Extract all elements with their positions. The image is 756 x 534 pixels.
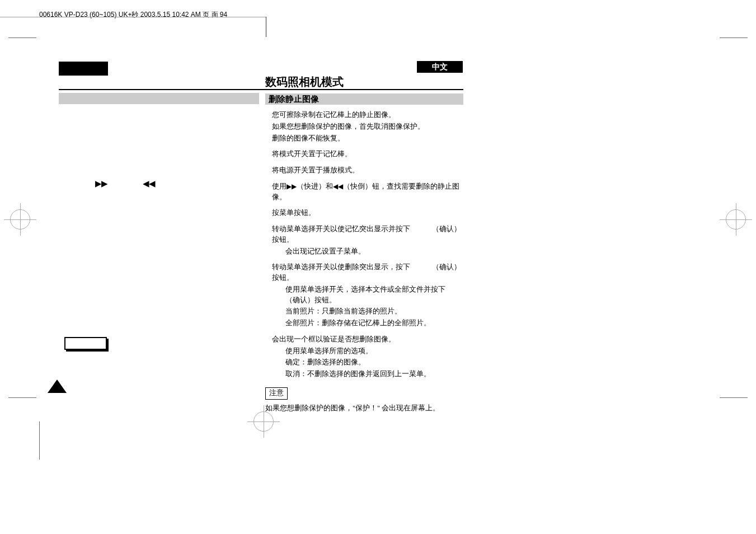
- step-1: 将模式开关置于记忆棒。: [272, 149, 462, 160]
- small-box: [64, 337, 107, 350]
- fast-forward-icon: ▶▶: [287, 182, 297, 190]
- registration-mark-bottom: [253, 411, 274, 432]
- page-title-text: 数码照相机模式: [265, 76, 344, 88]
- rewind-icon: ◀◀: [143, 179, 155, 188]
- intro-line-3: 删除的图像不能恢复。: [272, 133, 462, 144]
- gray-bar-left: [59, 93, 259, 104]
- step-5: 转动菜单选择开关以使记忆突出显示并按下 （确认）按钮。: [272, 224, 462, 245]
- left-arrow-icons: ▶▶ ◀◀: [95, 179, 155, 189]
- rewind-icon: ◀◀: [333, 182, 343, 190]
- crop-tick-top-left: [8, 30, 36, 38]
- notice-label: 注意: [269, 389, 284, 397]
- step-3-mid: （快进）和: [297, 182, 333, 190]
- step-6-sub3: 全部照片：删除存储在记忆棒上的全部照片。: [272, 318, 462, 329]
- registration-mark-right: [726, 209, 746, 229]
- intro-line-2: 如果您想删除保护的图像，首先取消图像保护。: [272, 121, 462, 132]
- vertical-rule-top: [266, 17, 266, 37]
- step-2: 将电源开关置于播放模式。: [272, 165, 462, 176]
- step-6-sub1: 使用菜单选择开关，选择本文件或全部文件并按下 （确认）按钮。: [272, 284, 462, 306]
- step-6: 转动菜单选择开关以使删除突出显示，按下 （确认）按钮。: [272, 262, 462, 283]
- step-7-sub2: 确定：删除选择的图像。: [272, 357, 462, 368]
- registration-mark-left: [10, 209, 30, 229]
- step-6-sub2: 当前照片：只删除当前选择的照片。: [272, 306, 462, 317]
- vertical-line-bottom: [39, 421, 40, 460]
- fast-forward-icon: ▶▶: [95, 179, 107, 188]
- black-strip: [59, 62, 108, 76]
- print-header: 00616K VP-D23 (60~105) UK+秒 2003.5.15 10…: [39, 10, 227, 20]
- step-5-sub: 会出现记忆设置子菜单。: [272, 246, 462, 257]
- section-heading-text: 删除静止图像: [269, 95, 319, 104]
- intro-line-1: 您可擦除录制在记忆棒上的静止图像。: [272, 110, 462, 120]
- step-7-sub1: 使用菜单选择所需的选项。: [272, 346, 462, 357]
- language-badge: 中文: [417, 61, 463, 73]
- step-3: 使用▶▶（快进）和◀◀（快倒）钮，查找需要删除的静止图像。: [272, 181, 462, 203]
- notice-text: 如果您想删除保护的图像，"保护！" 会出现在屏幕上。: [265, 403, 462, 414]
- crop-tick-bottom-right: [720, 397, 748, 398]
- notice-label-box: 注意: [265, 387, 288, 400]
- main-content: 您可擦除录制在记忆棒上的静止图像。 如果您想删除保护的图像，首先取消图像保护。 …: [272, 110, 462, 414]
- title-underline: [59, 89, 463, 90]
- crop-tick-top-right: [720, 30, 748, 38]
- page-title: 数码照相机模式: [265, 74, 344, 90]
- step-3-pre: 使用: [272, 182, 287, 190]
- crop-tick-bottom-left: [8, 397, 36, 398]
- section-heading: 删除静止图像: [265, 93, 463, 105]
- header-rule: [0, 17, 266, 17]
- step-4: 按菜单按钮。: [272, 208, 462, 218]
- language-badge-text: 中文: [432, 63, 448, 71]
- step-7: 会出现一个框以验证是否想删除图像。: [272, 334, 462, 345]
- step-7-sub3: 取消：不删除选择的图像并返回到上一菜单。: [272, 369, 462, 380]
- triangle-up-icon: [48, 380, 67, 393]
